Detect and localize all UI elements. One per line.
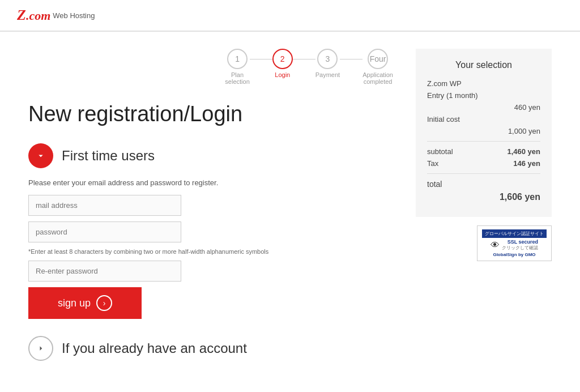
total-label: total <box>427 180 442 189</box>
first-time-desc: Please enter your email address and pass… <box>28 178 399 187</box>
chevron-right-icon <box>36 343 46 353</box>
stepper: 1 Planselection 2 Login 3 Payment <box>28 49 399 85</box>
step-1: 1 Planselection <box>225 49 249 85</box>
logo-service: Web Hosting <box>53 11 95 20</box>
initial-cost-label-row: Initial cost <box>427 115 540 123</box>
globalsign-box: グローバルサイン認証サイト 👁 SSL secured クリックして確認 Glo… <box>477 225 552 261</box>
header: Z.com Web Hosting <box>0 0 580 32</box>
globalsign-eye-icon: 👁 <box>491 240 500 250</box>
existing-account-title: If you already have an account <box>62 340 247 356</box>
password-group <box>28 221 399 242</box>
step-4-label: Applicationcompleted <box>362 71 393 85</box>
logo-zcom: Z.com <box>17 7 50 24</box>
divider-1 <box>427 141 540 142</box>
step-4-circle: Four <box>368 49 388 69</box>
subtotal-value: 1,460 yen <box>507 147 540 156</box>
step-1-circle: 1 <box>227 49 248 69</box>
subtotal-row: subtotal 1,460 yen <box>427 147 540 156</box>
selection-panel-title: Your selection <box>427 60 540 70</box>
main-container: 1 Planselection 2 Login 3 Payment <box>0 32 580 392</box>
email-input[interactable] <box>28 195 181 216</box>
plan-price: 460 yen <box>514 103 540 112</box>
step-2: 2 Login <box>272 49 293 78</box>
step-3: 3 Payment <box>315 49 340 78</box>
password-input[interactable] <box>28 221 181 242</box>
divider-2 <box>427 173 540 174</box>
step-2-circle: 2 <box>272 49 293 69</box>
globalsign-top-text: グローバルサイン認証サイト <box>482 229 547 238</box>
step-3-circle: 3 <box>317 49 338 69</box>
signup-arrow-icon: › <box>96 295 112 311</box>
subtotal-label: subtotal <box>427 147 453 156</box>
globalsign-badge[interactable]: グローバルサイン認証サイト 👁 SSL secured クリックして確認 Glo… <box>416 225 552 261</box>
initial-cost-label: Initial cost <box>427 115 460 123</box>
total-value: 1,606 yen <box>500 192 540 202</box>
click-confirm-text: クリックして確認 <box>502 245 538 251</box>
logo: Z.com Web Hosting <box>17 7 95 24</box>
connector-1-2 <box>250 59 272 59</box>
selection-panel: Your selection Z.com WP Entry (1 month) … <box>416 49 552 217</box>
right-column: Your selection Z.com WP Entry (1 month) … <box>416 49 552 378</box>
email-group <box>28 195 399 216</box>
product-row: Z.com WP <box>427 79 540 88</box>
globalsign-brand: GlobalSign by GMO <box>493 252 535 257</box>
product-label: Z.com WP <box>427 79 462 88</box>
password-hint: *Enter at least 8 characters by combinin… <box>28 248 399 255</box>
reenter-password-input[interactable] <box>28 261 181 282</box>
first-time-body: Please enter your email address and pass… <box>28 178 399 319</box>
plan-label: Entry (1 month) <box>427 91 478 100</box>
tax-row: Tax 146 yen <box>427 159 540 168</box>
connector-3-4 <box>340 59 362 59</box>
chevron-down-icon <box>36 151 46 161</box>
existing-account-section: If you already have an account <box>28 336 399 361</box>
first-time-section: First time users Please enter your email… <box>28 143 399 319</box>
step-3-label: Payment <box>315 71 340 78</box>
page-title: New registration/Login <box>28 102 399 126</box>
globalsign-text-col: SSL secured クリックして確認 <box>502 239 538 251</box>
tax-label: Tax <box>427 159 438 168</box>
reenter-group <box>28 261 399 282</box>
ssl-secured-text: SSL secured <box>502 239 538 245</box>
total-label-row: total <box>427 180 540 189</box>
first-time-toggle-icon[interactable] <box>28 143 53 168</box>
tax-value: 146 yen <box>513 159 540 168</box>
first-time-header: First time users <box>28 143 399 168</box>
step-1-label: Planselection <box>225 71 249 85</box>
total-amount-row: 1,606 yen <box>427 192 540 202</box>
plan-row: Entry (1 month) <box>427 91 540 100</box>
signup-label: sign up <box>58 297 91 309</box>
initial-cost-value-row: 1,000 yen <box>427 127 540 135</box>
plan-price-row: 460 yen <box>427 103 540 112</box>
globalsign-mid: 👁 SSL secured クリックして確認 <box>491 239 538 251</box>
signup-button[interactable]: sign up › <box>28 287 142 319</box>
first-time-title: First time users <box>62 148 155 164</box>
initial-cost-value: 1,000 yen <box>508 127 540 135</box>
step-4: Four Applicationcompleted <box>362 49 393 85</box>
existing-account-toggle-icon[interactable] <box>28 336 53 361</box>
step-2-label: Login <box>275 71 290 78</box>
existing-account-header: If you already have an account <box>28 336 399 361</box>
connector-2-3 <box>293 59 315 59</box>
left-column: 1 Planselection 2 Login 3 Payment <box>28 49 399 378</box>
